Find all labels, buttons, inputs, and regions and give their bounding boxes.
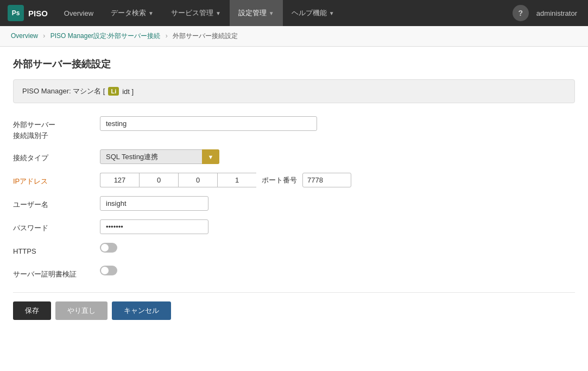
- brand-label: PISO: [28, 9, 48, 18]
- connection-type-select[interactable]: SQL Testing連携 JDBC連携 REST API連携: [100, 149, 219, 164]
- navbar: Ps PISO Overview データ検索 ▼ サービス管理 ▼ 設定管理 ▼…: [0, 0, 588, 26]
- form-row-ip: IPアドレス ポート番号: [13, 173, 575, 187]
- brand-icon: Ps: [8, 5, 24, 21]
- breadcrumb-current: 外部サーバー接続設定: [173, 32, 238, 40]
- nav-item-help[interactable]: ヘルプ機能 ▼: [283, 0, 343, 26]
- info-prefix: PISO Manager: マシン名 [: [22, 86, 105, 96]
- reset-button[interactable]: やり直し: [55, 301, 108, 320]
- ip-octet-1[interactable]: [100, 173, 139, 187]
- breadcrumb-sep: ›: [43, 32, 45, 40]
- info-bar: PISO Manager: マシン名 [ Li idt ]: [13, 79, 575, 103]
- chevron-down-icon: ▼: [269, 10, 274, 16]
- port-input[interactable]: [302, 173, 351, 187]
- form-row-connection-type: 接続タイプ SQL Testing連携 JDBC連携 REST API連携 ▼: [13, 149, 575, 164]
- breadcrumb-link-overview[interactable]: Overview: [11, 32, 38, 40]
- form-row-connection-id: 外部サーバー接続識別子: [13, 116, 575, 141]
- li-badge: Li: [108, 87, 119, 96]
- form-row-cert: サーバー証明書検証: [13, 266, 575, 280]
- form-row-password: パスワード: [13, 219, 575, 234]
- breadcrumb: Overview › PISO Manager設定:外部サーバー接続 › 外部サ…: [0, 26, 588, 47]
- nav-item-settings-mgmt[interactable]: 設定管理 ▼: [230, 0, 283, 26]
- ip-label: IPアドレス: [13, 173, 100, 187]
- https-toggle[interactable]: [100, 243, 117, 253]
- chevron-down-icon: ▼: [329, 10, 334, 16]
- main-content: 外部サーバー接続設定 PISO Manager: マシン名 [ Li idt ]…: [0, 47, 588, 342]
- info-suffix: idt ]: [122, 87, 134, 96]
- ip-octet-3[interactable]: [178, 173, 217, 187]
- form-row-https: HTTPS: [13, 243, 575, 257]
- nav-item-overview[interactable]: Overview: [55, 0, 102, 26]
- connection-id-label: 外部サーバー接続識別子: [13, 116, 100, 141]
- ip-octet-4[interactable]: [217, 173, 256, 187]
- form-row-username: ユーザー名: [13, 196, 575, 211]
- brand: Ps PISO: [5, 5, 55, 21]
- form-section: 外部サーバー接続識別子 接続タイプ SQL Testing連携 JDBC連携 R…: [13, 116, 575, 331]
- page-title: 外部サーバー接続設定: [13, 58, 575, 71]
- cancel-button[interactable]: キャンセル: [112, 301, 171, 320]
- ip-row: ポート番号: [100, 173, 351, 187]
- connection-type-label: 接続タイプ: [13, 149, 100, 164]
- user-label: administrator: [531, 9, 583, 17]
- btn-row: 保存 やり直し キャンセル: [13, 292, 575, 320]
- breadcrumb-link-piso-mgr[interactable]: PISO Manager設定:外部サーバー接続: [50, 32, 161, 40]
- https-label: HTTPS: [13, 243, 100, 257]
- username-label: ユーザー名: [13, 196, 100, 210]
- cert-toggle[interactable]: [100, 266, 117, 275]
- connection-type-select-wrapper: SQL Testing連携 JDBC連携 REST API連携 ▼: [100, 149, 219, 164]
- save-button[interactable]: 保存: [13, 301, 51, 320]
- connection-id-input[interactable]: [100, 116, 317, 131]
- nav-item-data-search[interactable]: データ検索 ▼: [102, 0, 162, 26]
- chevron-down-icon: ▼: [216, 10, 221, 16]
- password-label: パスワード: [13, 219, 100, 234]
- help-button[interactable]: ?: [513, 5, 529, 21]
- breadcrumb-sep: ›: [166, 32, 168, 40]
- chevron-down-icon: ▼: [148, 10, 154, 16]
- ip-octet-2[interactable]: [139, 173, 178, 187]
- username-input[interactable]: [100, 196, 208, 211]
- password-input[interactable]: [100, 219, 208, 234]
- port-label: ポート番号: [262, 175, 297, 185]
- nav-item-service-mgmt[interactable]: サービス管理 ▼: [162, 0, 230, 26]
- navbar-right: ? administrator: [513, 5, 583, 21]
- cert-label: サーバー証明書検証: [13, 266, 100, 280]
